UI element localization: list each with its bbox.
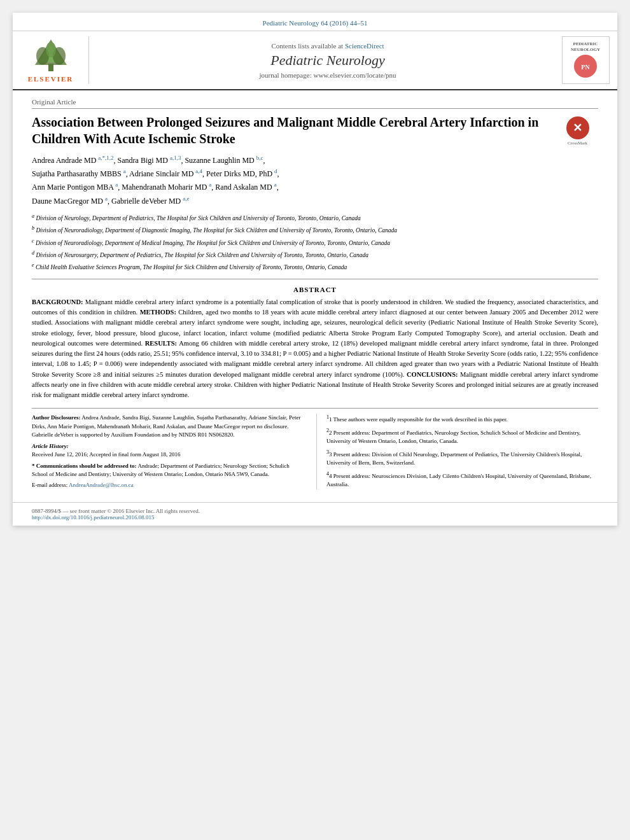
footnote-4: 44 Present address: Neurosciences Divisi…: [326, 470, 598, 489]
science-direct-line: Contents lists available at ScienceDirec…: [271, 42, 384, 50]
page: Pediatric Neurology 64 (2016) 44–51 ELSE…: [13, 13, 617, 526]
section-divider: [32, 279, 598, 279]
copyright-text: 0887-8994/$ — see front matter © 2016 El…: [32, 508, 598, 514]
footer-right: 11 These authors were equally responsibl…: [326, 414, 598, 489]
crossmark-badge-container[interactable]: ✕ CrossMark: [557, 114, 598, 146]
article-content: Original Article Association Between Pro…: [13, 90, 617, 496]
abstract-label: ABSTRACT: [32, 286, 598, 293]
svg-text:PN: PN: [581, 64, 590, 71]
affiliation-c: c Division of Neuroradiology, Department…: [32, 237, 598, 248]
elsevier-brand-text: ELSEVIER: [28, 75, 74, 83]
journal-logo-box: PEDIATRIC NEUROLOGY PN: [562, 36, 610, 84]
journal-center: Contents lists available at ScienceDirec…: [95, 36, 560, 84]
affiliation-e: e Child Health Evaluative Sciences Progr…: [32, 262, 598, 272]
methods-head: METHODS:: [140, 309, 176, 316]
abstract-body: BACKGROUND: Malignant middle cerebral ar…: [32, 297, 598, 401]
doi-text: http://dx.doi.org/10.1016/j.pediatrneuro…: [32, 514, 598, 521]
email-link[interactable]: AndreaAndrade@lhsc.on.ca: [69, 482, 134, 488]
journal-url: journal homepage: www.elsevier.com/locat…: [260, 71, 396, 79]
logo-top-text: PEDIATRIC NEUROLOGY: [571, 41, 600, 52]
journal-ref-link[interactable]: Pediatric Neurology 64 (2016) 44–51: [263, 19, 368, 27]
affiliations-section: a Division of Neurology, Department of P…: [32, 213, 598, 272]
history-text: Received June 12, 2016; Accepted in fina…: [32, 451, 180, 458]
authors-section: Andrea Andrade MD a,*,1,2, Sandra Bigi M…: [32, 153, 598, 207]
elsevier-tree-icon: [29, 38, 73, 73]
crossmark-badge: ✕ CrossMark: [566, 116, 589, 146]
article-history: Article History: Received June 12, 2016;…: [32, 442, 304, 459]
journal-title: Pediatric Neurology: [270, 52, 384, 69]
sciencedirect-link[interactable]: ScienceDirect: [345, 42, 384, 50]
journal-reference-bar: Pediatric Neurology 64 (2016) 44–51: [13, 13, 617, 31]
crossmark-label: CrossMark: [568, 141, 587, 146]
affiliation-a: a Division of Neurology, Department of P…: [32, 213, 598, 223]
svg-point-5: [46, 42, 56, 57]
conclusions-head: CONCLUSIONS:: [407, 371, 458, 378]
article-type: Original Article: [32, 98, 598, 109]
crossmark-circle-icon: ✕: [566, 116, 589, 139]
article-title-row: Association Between Prolonged Seizures a…: [32, 114, 598, 147]
affiliation-d: d Division of Neurosurgery, Department o…: [32, 249, 598, 260]
doi-link[interactable]: http://dx.doi.org/10.1016/j.pediatrneuro…: [32, 514, 155, 521]
footer-left: Author Disclosures: Andrea Andrade, Sand…: [32, 414, 317, 489]
footnote-3: 33 Present address: Division of Child Ne…: [326, 449, 598, 468]
footnote-2: 22 Present address: Department of Paedia…: [326, 427, 598, 446]
footer-section: Author Disclosures: Andrea Andrade, Sand…: [32, 408, 598, 489]
affiliation-b: b Division of Neuroradiology, Department…: [32, 225, 598, 235]
background-head: BACKGROUND:: [32, 298, 83, 305]
journal-header: ELSEVIER Contents lists available at Sci…: [13, 31, 617, 90]
bottom-bar: 0887-8994/$ — see front matter © 2016 El…: [13, 502, 617, 526]
elsevier-logo: ELSEVIER: [19, 36, 89, 84]
author-disclosures: Author Disclosures: Andrea Andrade, Sand…: [32, 414, 304, 440]
history-bold: Article History:: [32, 443, 69, 449]
comm-bold-label: * Communications should be addressed to:: [32, 463, 137, 469]
correspondence: * Communications should be addressed to:…: [32, 462, 304, 479]
journal-logo-right: PEDIATRIC NEUROLOGY PN: [560, 36, 611, 84]
results-head: RESULTS:: [145, 340, 177, 347]
article-title: Association Between Prolonged Seizures a…: [32, 114, 550, 147]
pediatric-neurology-logo-icon: PN: [570, 53, 601, 79]
email-line: E-mail address: AndreaAndrade@lhsc.on.ca: [32, 481, 304, 490]
email-label: E-mail address:: [32, 482, 67, 488]
disclosures-bold: Author Disclosures:: [32, 414, 80, 421]
abstract-section: ABSTRACT BACKGROUND: Malignant middle ce…: [32, 286, 598, 401]
footnote-1: 11 These authors were equally responsibl…: [326, 414, 598, 424]
